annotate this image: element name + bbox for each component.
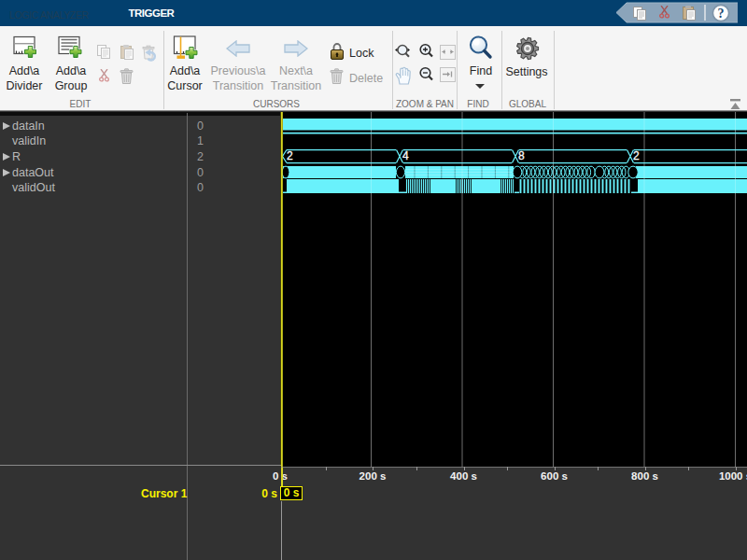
svg-text:4: 4 xyxy=(402,149,409,162)
svg-text:?: ? xyxy=(718,7,725,21)
svg-text:2: 2 xyxy=(287,149,293,162)
svg-text:2: 2 xyxy=(633,149,640,162)
svg-text:8: 8 xyxy=(518,149,525,162)
